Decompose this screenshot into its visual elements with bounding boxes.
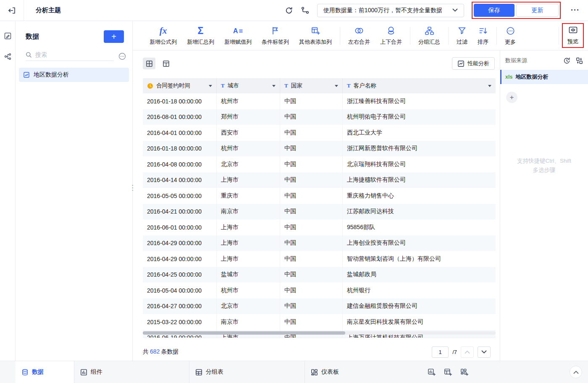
cell-country: 中国 — [280, 298, 343, 314]
total-prefix: 共 — [143, 348, 149, 355]
column-view-toggle[interactable] — [160, 58, 172, 69]
tab-group-table[interactable]: 分组表 — [189, 361, 229, 383]
toolbar-filter[interactable]: 过滤 — [452, 25, 472, 46]
table-footer: 共682条数据 /7 — [143, 343, 496, 361]
data-usage-selector[interactable]: 使用数据量：前1000万行，暂不支持全量数据 — [317, 4, 464, 17]
toolbar-add-summary-column[interactable]: Σ 新增汇总列 — [182, 25, 219, 46]
table-row[interactable]: 2016-04-29 00:00:00 上海市 中国 智动营销策划咨询（上海）有… — [143, 251, 496, 267]
previous-page-button[interactable] — [461, 346, 474, 358]
table-row[interactable]: 2016-08-01 00:00:00 郑州市 中国 杭州明佑电子有限公司 — [143, 109, 496, 125]
table-row[interactable]: 2016-04-01 00:00:00 西安市 中国 西北工业大学 — [143, 125, 496, 141]
column-header-contract-date[interactable]: 合同签约时间 — [143, 78, 217, 93]
table-row[interactable]: 2016-04-25 00:00:00 盐城市 中国 盐城邮政局 — [143, 267, 496, 283]
table-row[interactable]: 2016-01-18 00:00:00 杭州市 中国 浙江臻善科技有限公司 — [143, 93, 496, 109]
add-dataset-button[interactable]: + — [104, 30, 124, 43]
table-row[interactable]: 2015-03-22 00:00:00 南京市 中国 南京星友田科技发展有限公司 — [143, 314, 496, 330]
table-row[interactable]: 2016-01-18 00:00:00 杭州市 中国 浙江网新恩普软件有限公司 — [143, 141, 496, 157]
collapse-bottom-bar-button[interactable] — [570, 366, 582, 378]
performance-analysis-button[interactable]: 性能分析 — [452, 57, 495, 70]
save-button[interactable]: 保存 — [474, 4, 514, 17]
tab-label: 分组表 — [206, 368, 223, 376]
component-chart-icon — [80, 369, 87, 376]
data-source-panel: 数据来源 xls 地区数据分析 + 支持快捷键Ctrl、Shift 多选步骤 — [500, 50, 588, 361]
table-row[interactable]: 2016-05-04 00:00:00 杭州市 中国 杭州银行 — [143, 283, 496, 298]
source-step-label: 地区数据分析 — [515, 73, 548, 81]
more-menu-icon[interactable]: ··· — [568, 6, 582, 15]
view-toggles — [143, 58, 172, 69]
table-row[interactable]: 2016-04-08 00:00:00 北京市 中国 北京瑞翔科技有限公司 — [143, 156, 496, 172]
tab-dashboard[interactable]: 仪表板 — [305, 361, 345, 383]
toolbar-add-formula-column[interactable]: fx 新增公式列 — [144, 25, 182, 46]
column-menu-caret[interactable] — [488, 85, 491, 87]
cell-contract-date: 2016-04-25 00:00:00 — [143, 267, 217, 283]
cell-contract-date: 2016-04-14 00:00:00 — [143, 172, 217, 188]
toolbar-preview[interactable]: 预览 — [566, 25, 580, 45]
column-menu-caret[interactable] — [209, 85, 212, 87]
add-dashboard-icon[interactable] — [460, 368, 468, 376]
cell-contract-date: 2016-08-01 00:00:00 — [143, 109, 217, 125]
switch-layout-icon[interactable] — [576, 57, 583, 64]
column-menu-caret[interactable] — [335, 85, 338, 87]
table-body: 2016-01-18 00:00:00 杭州市 中国 浙江臻善科技有限公司 20… — [143, 93, 496, 338]
page-number-input[interactable] — [432, 346, 449, 358]
toolbar-more[interactable]: 更多 — [500, 25, 521, 46]
table-row[interactable]: 2016-04-29 00:00:00 上海市 中国 上海创业投资有限公司 — [143, 235, 496, 251]
cell-contract-date: 2016-01-18 00:00:00 — [143, 93, 217, 109]
add-step-button[interactable]: + — [506, 92, 517, 103]
column-header-country[interactable]: T 国家 — [280, 78, 343, 93]
horizontal-scrollbar-thumb[interactable] — [143, 331, 345, 335]
hint-line-1: 支持快捷键Ctrl、Shift — [500, 156, 588, 166]
toolbar-label: 更多 — [505, 38, 516, 46]
cell-country: 中国 — [280, 172, 343, 188]
toolbar-label: 上下合并 — [380, 38, 402, 46]
group-summary-icon — [425, 25, 434, 36]
formula-fx-icon: fx — [160, 25, 167, 36]
table-row[interactable]: 2016-04-27 00:00:00 北京市 中国 建信金融租赁股份有限公司 — [143, 298, 496, 314]
exit-button[interactable] — [0, 0, 24, 21]
toolbar-condition-tag-column[interactable]: 条件标签列 — [257, 25, 294, 46]
toolbar-other-table-add-column[interactable]: 其他表添加列 — [294, 25, 337, 46]
panel-resize-handle[interactable]: ⋮ — [129, 186, 136, 190]
source-step-selected[interactable]: xls 地区数据分析 — [500, 70, 588, 84]
search-options-icon[interactable] — [118, 52, 126, 61]
column-header-city[interactable]: T 城市 — [217, 78, 280, 93]
table-row[interactable]: 2016-05-05 00:00:00 重庆市 中国 重庆格力销售中心 — [143, 188, 496, 204]
cell-customer: 浙江臻善科技有限公司 — [343, 93, 496, 109]
table-row[interactable]: 2016-04-14 00:00:00 上海市 中国 上海捷穗软件有限公司 — [143, 172, 496, 188]
next-page-button[interactable] — [478, 346, 491, 358]
add-group-table-icon[interactable] — [444, 368, 452, 376]
flow-steps-panel-icon[interactable] — [4, 53, 12, 61]
search-input[interactable] — [35, 51, 114, 58]
column-header-customer[interactable]: T 客户名称 — [343, 78, 496, 93]
table-workspace: 性能分析 合同签约时间 T 城市 T 国家 — [133, 50, 500, 361]
edit-data-panel-icon[interactable] — [4, 32, 12, 40]
data-panel-title: 数据 — [26, 32, 39, 41]
history-icon[interactable] — [563, 57, 570, 64]
lineage-flow-icon[interactable] — [301, 6, 310, 15]
cell-city: 西安市 — [217, 125, 280, 141]
dataset-item-selected[interactable]: 地区数据分析 — [19, 68, 129, 82]
grid-view-toggle[interactable] — [143, 58, 155, 69]
column-menu-caret[interactable] — [272, 85, 276, 87]
add-component-icon[interactable] — [428, 368, 436, 376]
tab-data[interactable]: 数据 — [16, 361, 74, 383]
tab-label: 仪表板 — [321, 368, 339, 376]
toolbar-add-value-column[interactable]: A 新增赋值列 — [219, 25, 257, 46]
sigma-icon: Σ — [198, 25, 204, 36]
refresh-icon[interactable] — [285, 6, 293, 15]
more-circle-icon — [506, 25, 515, 36]
performance-chart-icon — [457, 60, 465, 67]
toolbar-sort[interactable]: 排序 — [472, 25, 494, 46]
cell-city: 重庆市 — [217, 188, 280, 204]
table-row[interactable]: 2016-04-21 00:00:00 南京市 中国 江苏邮政同达科技 — [143, 204, 496, 220]
toolbar-group-summary[interactable]: 分组汇总 — [413, 25, 445, 46]
table-row[interactable]: 2016-06-01 00:00:00 上海市 中国 95856部队 — [143, 219, 496, 235]
update-button[interactable]: 更新 — [516, 4, 559, 17]
date-clock-icon — [147, 83, 153, 89]
toolbar-merge-top-bottom[interactable]: 上下合并 — [375, 25, 407, 46]
tab-label: 组件 — [91, 368, 102, 376]
horizontal-scrollbar[interactable] — [143, 331, 496, 335]
toolbar-merge-left-right[interactable]: 左右合并 — [343, 25, 375, 46]
toolbar-label: 预览 — [567, 38, 578, 45]
tab-component[interactable]: 组件 — [74, 361, 108, 383]
